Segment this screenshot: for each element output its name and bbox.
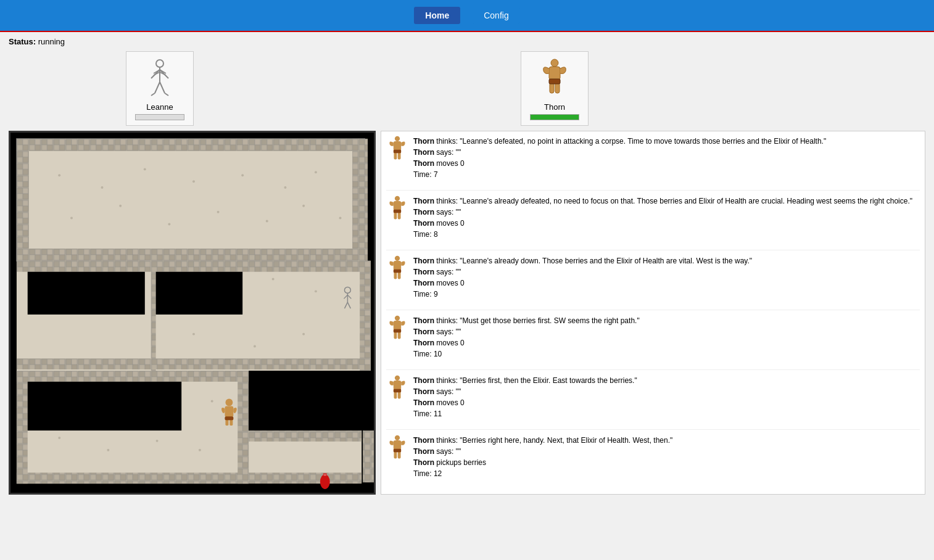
leanne-card: Leanne [126, 51, 194, 126]
svg-point-32 [70, 217, 73, 220]
thorn-health-bar-bg [530, 114, 579, 120]
svg-rect-100 [394, 150, 401, 154]
game-map [9, 131, 376, 495]
dungeon-svg [10, 133, 374, 493]
thorn-health-bar [531, 115, 579, 120]
log-entry-text: Thorn thinks: "Leanne's already defeated… [413, 196, 920, 240]
svg-rect-115 [394, 329, 401, 333]
svg-point-31 [315, 171, 317, 173]
svg-rect-47 [360, 261, 371, 371]
log-entry-avatar [386, 255, 408, 282]
thorn-name: Thorn [544, 102, 565, 112]
log-entry-text: Thorn thinks: "Must get those berries fi… [413, 315, 920, 360]
svg-point-33 [119, 205, 122, 207]
log-entry-text: Thorn thinks: "Berries first, then the E… [413, 375, 920, 419]
svg-point-26 [101, 186, 104, 189]
log-entry-avatar [386, 375, 408, 402]
svg-point-25 [58, 174, 60, 176]
svg-line-7 [160, 70, 168, 78]
svg-point-121 [395, 435, 400, 440]
svg-point-116 [395, 376, 400, 381]
svg-point-54 [302, 333, 305, 336]
svg-point-50 [272, 278, 275, 281]
svg-rect-89 [225, 406, 233, 417]
leanne-health-bar-bg [135, 114, 184, 120]
svg-point-93 [320, 474, 330, 489]
svg-rect-122 [394, 440, 401, 450]
log-entry-avatar [386, 435, 408, 462]
log-entry: Thorn thinks: "Leanne's already down. Th… [386, 255, 920, 303]
svg-rect-45 [145, 358, 371, 369]
svg-rect-57 [17, 472, 249, 484]
svg-rect-78 [249, 430, 362, 442]
svg-rect-70 [17, 261, 151, 272]
svg-rect-72 [28, 272, 145, 315]
svg-rect-13 [549, 67, 560, 80]
svg-rect-75 [28, 382, 72, 430]
svg-point-66 [107, 449, 109, 451]
svg-point-35 [217, 211, 220, 213]
log-agent-name: Thorn [413, 316, 434, 325]
svg-point-12 [551, 59, 558, 67]
log-agent-name: Thorn [413, 376, 434, 385]
svg-point-101 [395, 196, 400, 201]
thorn-card: Thorn [521, 51, 589, 126]
leanne-avatar-svg [145, 59, 175, 98]
svg-point-53 [254, 345, 256, 347]
svg-rect-24 [29, 151, 353, 249]
svg-point-0 [156, 60, 163, 67]
config-nav-button[interactable]: Config [473, 7, 519, 24]
svg-point-111 [395, 316, 400, 321]
svg-point-30 [284, 186, 286, 189]
svg-line-8 [155, 82, 160, 93]
svg-rect-40 [17, 249, 365, 261]
svg-line-6 [151, 70, 160, 78]
log-entry-text: Thorn thinks: "Leanne's already down. Th… [413, 255, 920, 300]
svg-point-28 [192, 180, 195, 183]
status-bar: Status: running [0, 32, 934, 51]
svg-rect-120 [394, 389, 401, 393]
svg-rect-39 [17, 139, 365, 151]
log-entry-avatar [386, 136, 408, 163]
svg-rect-105 [394, 210, 401, 213]
svg-rect-112 [394, 321, 401, 330]
svg-point-88 [225, 399, 233, 406]
home-nav-button[interactable]: Home [414, 7, 460, 24]
main-content: Thorn thinks: "Leanne's defeated, no poi… [0, 131, 934, 501]
characters-row: Leanne Thorn [0, 51, 934, 126]
svg-rect-44 [145, 261, 371, 272]
log-entry-text: Thorn thinks: "Berries right here, handy… [413, 435, 920, 479]
log-panel[interactable]: Thorn thinks: "Leanne's defeated, no poi… [381, 131, 925, 495]
log-entry: Thorn thinks: "Leanne's already defeated… [386, 196, 920, 244]
thorn-avatar-svg [540, 59, 569, 98]
log-agent-name: Thorn [413, 197, 434, 205]
svg-rect-102 [394, 201, 401, 210]
svg-rect-97 [394, 141, 401, 150]
status-label: Status: [9, 37, 36, 46]
svg-point-65 [58, 437, 60, 439]
log-entry: Thorn thinks: "Must get those berries fi… [386, 315, 920, 363]
status-value: running [38, 37, 65, 46]
svg-rect-59 [238, 371, 249, 484]
svg-point-34 [168, 223, 170, 225]
svg-rect-71 [17, 358, 151, 369]
navbar: Home Config [0, 0, 934, 32]
svg-line-10 [151, 93, 155, 96]
svg-rect-42 [352, 139, 368, 261]
log-entry: Thorn thinks: "Berries first, then the E… [386, 375, 920, 423]
svg-rect-73 [156, 272, 243, 315]
log-entry-avatar [386, 315, 408, 342]
log-entry-text: Thorn thinks: "Leanne's defeated, no poi… [413, 136, 920, 180]
thorn-avatar [536, 57, 573, 100]
svg-point-38 [339, 217, 342, 220]
svg-line-9 [160, 82, 165, 93]
svg-point-36 [266, 220, 268, 223]
svg-point-64 [211, 400, 213, 403]
log-agent-name: Thorn [413, 257, 434, 265]
svg-point-29 [241, 174, 244, 176]
svg-point-67 [156, 440, 159, 442]
log-agent-name: Thorn [413, 137, 434, 146]
svg-rect-117 [394, 381, 401, 390]
svg-point-96 [395, 136, 400, 141]
svg-point-52 [192, 333, 195, 336]
